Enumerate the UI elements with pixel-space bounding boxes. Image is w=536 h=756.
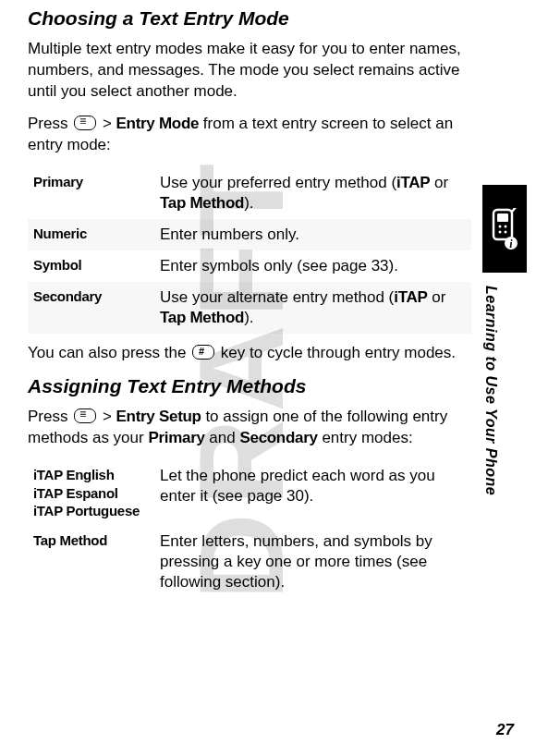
entry-method-table: iTAP English iTAP Espanol iTAP Portugues… — [28, 460, 471, 598]
phone-icon-tab: i — [482, 185, 527, 273]
side-tab: i Learning to Use Your Phone — [482, 185, 527, 647]
svg-point-3 — [505, 225, 507, 227]
term-tap-method: Tap Method — [28, 526, 154, 598]
section2-title: Assigning Text Entry Methods — [28, 375, 471, 397]
svg-rect-1 — [497, 213, 508, 222]
text: or — [430, 174, 448, 191]
itap-label: iTAP — [394, 288, 427, 306]
table-row: Numeric Enter numbers only. — [28, 219, 471, 250]
text: entry modes: — [318, 429, 413, 446]
text: ). — [244, 194, 253, 212]
desc: Use your alternate entry method (iTAP or… — [154, 282, 471, 334]
text: Press — [28, 408, 72, 425]
term-numeric: Numeric — [28, 219, 154, 250]
text: and — [205, 429, 240, 446]
text: key to cycle through entry modes. — [216, 344, 456, 361]
desc: Enter numbers only. — [154, 219, 471, 250]
table-row: iTAP English iTAP Espanol iTAP Portugues… — [28, 460, 471, 526]
term-secondary: Secondary — [28, 282, 154, 334]
table-row: Tap Method Enter letters, numbers, and s… — [28, 526, 471, 598]
itap-label: iTAP — [396, 174, 430, 191]
page-content: Choosing a Text Entry Mode Multiple text… — [0, 0, 536, 598]
text: ). — [244, 309, 253, 326]
text: iTAP Espanol — [33, 484, 149, 503]
section1-para2: Press > Entry Mode from a text entry scr… — [28, 114, 471, 156]
svg-line-6 — [512, 208, 517, 212]
table-row: Primary Use your preferred entry method … — [28, 167, 471, 219]
text: iTAP English — [33, 466, 149, 484]
svg-point-2 — [499, 225, 502, 227]
term-symbol: Symbol — [28, 250, 154, 282]
desc: Use your preferred entry method (iTAP or… — [154, 167, 471, 219]
text: Use your alternate entry method ( — [160, 288, 394, 306]
phone-info-icon: i — [489, 208, 520, 250]
primary-label: Primary — [148, 429, 204, 446]
section1-title: Choosing a Text Entry Mode — [28, 7, 471, 30]
page-number: 27 — [496, 721, 514, 739]
tap-method-label: Tap Method — [160, 309, 244, 326]
text: Use your preferred entry method ( — [160, 174, 396, 191]
menu-key-icon — [74, 408, 96, 423]
table-row: Symbol Enter symbols only (see page 33). — [28, 250, 471, 282]
text: iTAP Portuguese — [33, 502, 149, 520]
term-itap: iTAP English iTAP Espanol iTAP Portugues… — [28, 460, 154, 526]
section2-para1: Press > Entry Setup to assign one of the… — [28, 407, 471, 449]
term-primary: Primary — [28, 167, 154, 219]
entry-mode-label: Entry Mode — [116, 115, 200, 132]
text: or — [428, 288, 446, 306]
text: Press — [28, 115, 72, 132]
text: > — [98, 115, 116, 132]
chapter-label: Learning to Use Your Phone — [482, 286, 499, 495]
svg-point-5 — [505, 230, 507, 233]
desc: Enter symbols only (see page 33). — [154, 250, 471, 282]
desc: Let the phone predict each word as you e… — [154, 460, 471, 526]
desc: Enter letters, numbers, and symbols by p… — [154, 526, 471, 598]
hash-key-icon — [192, 345, 214, 360]
tap-method-label: Tap Method — [160, 194, 244, 212]
text: You can also press the — [28, 344, 190, 361]
secondary-label: Secondary — [239, 429, 317, 446]
section1-para1: Multiple text entry modes make it easy f… — [28, 39, 471, 103]
menu-key-icon — [74, 116, 96, 130]
table-row: Secondary Use your alternate entry metho… — [28, 282, 471, 334]
svg-point-4 — [499, 230, 502, 233]
entry-setup-label: Entry Setup — [116, 408, 201, 425]
entry-mode-table: Primary Use your preferred entry method … — [28, 167, 471, 335]
section1-para3: You can also press the key to cycle thro… — [28, 343, 471, 364]
text: > — [98, 408, 116, 425]
